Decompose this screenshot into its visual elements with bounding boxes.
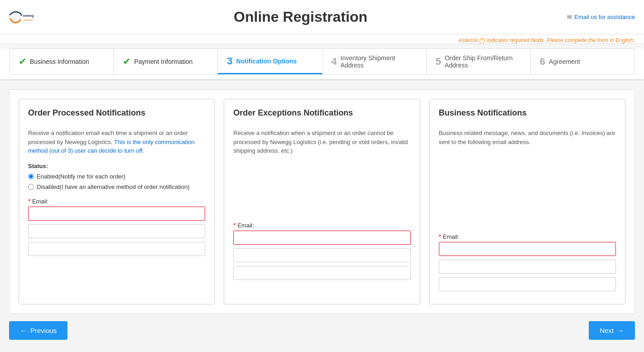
nav-buttons: ← Previous Next → [9,314,635,342]
radio-disabled-label[interactable]: Disabled(I have an alternative method of… [28,183,205,190]
svg-text:logistics: logistics [24,19,34,21]
required-star-1: * [28,198,30,205]
business-email-2[interactable] [439,260,616,274]
order-exceptions-email-2[interactable] [233,248,410,262]
status-label: Status: [28,163,205,169]
page-header: newegg logistics Online Registration ✉ E… [0,0,644,34]
order-processed-email-section: * Email: [28,198,205,260]
radio-enabled[interactable] [28,174,34,179]
check-icon-2: ✔ [123,56,130,67]
required-fields-note: Asterisk (*) indicates required fields. … [0,34,644,44]
stepper: ✔ Business Information ✔ Payment Informa… [9,48,635,75]
step-label-order-ship: Order Ship From/Return Address [445,54,521,69]
step-agreement[interactable]: 6 Agreement [531,49,634,74]
order-processed-title: Order Processed Notifications [28,108,205,121]
email-assist-label[interactable]: Email us for assistance [574,14,635,20]
main-content: Order Processed Notifications Receive a … [0,80,644,351]
order-processed-email-3[interactable] [28,242,205,256]
order-processed-email-1[interactable] [28,207,205,221]
business-email-1[interactable] [439,242,616,256]
envelope-icon: ✉ [567,14,572,20]
newegg-logo: newegg logistics [9,5,34,29]
next-label: Next [600,327,614,334]
required-star-2: * [233,222,235,229]
order-processed-email-2[interactable] [28,224,205,238]
status-radio-group: Enabled(Notify me for each order) Disabl… [28,173,205,190]
order-exceptions-email-3[interactable] [233,266,410,280]
order-processed-desc: Receive a notification email each time a… [28,129,205,155]
check-icon-1: ✔ [19,56,26,67]
step-label-payment: Payment Information [134,58,192,65]
radio-disabled[interactable] [28,184,34,190]
step-inventory-shipment[interactable]: 4 Inventory Shipment Address [322,49,427,74]
order-exceptions-email-section: * Email: [233,163,410,284]
email-label-2: * Email: [233,222,410,229]
business-notifications-card: Business Notifications Business related … [429,99,625,304]
previous-button[interactable]: ← Previous [9,321,67,340]
email-label-text-2: Email: [237,222,254,229]
step-number-5: 5 [436,56,441,68]
next-button[interactable]: Next → [589,321,635,340]
business-email-3[interactable] [439,277,616,291]
order-exceptions-card: Order Exceptions Notifications Receive a… [224,99,420,304]
email-assistance-link[interactable]: ✉ Email us for assistance [567,14,635,20]
step-business-info[interactable]: ✔ Business Information [10,49,114,74]
previous-label: Previous [30,327,57,334]
card-container: Order Processed Notifications Receive a … [9,89,635,314]
required-fields-text: Asterisk (*) indicates required fields. … [458,37,635,43]
step-number-3: 3 [227,55,232,67]
step-label-inventory: Inventory Shipment Address [341,54,417,69]
logo-area: newegg logistics [9,5,34,29]
step-label-business: Business Information [30,58,89,65]
step-label-notification: Notification Options [236,58,297,65]
email-label-text-3: Email: [443,233,459,240]
step-number-6: 6 [540,56,545,68]
next-arrow-icon: → [617,327,624,334]
page-title: Online Registration [34,9,567,25]
svg-text:newegg: newegg [23,14,34,18]
business-notifications-desc: Business related message, news, and docu… [439,129,616,146]
step-number-4: 4 [332,56,337,68]
order-exceptions-desc: Receive a notification when a shipment o… [233,129,410,155]
email-label-3: * Email: [439,233,616,240]
step-label-agreement: Agreement [549,58,580,65]
radio-enabled-label[interactable]: Enabled(Notify me for each order) [28,173,205,180]
radio-enabled-text: Enabled(Notify me for each order) [37,173,125,180]
order-exceptions-title: Order Exceptions Notifications [233,108,410,121]
stepper-wrapper: ✔ Business Information ✔ Payment Informa… [0,48,644,80]
prev-arrow-icon: ← [20,327,27,334]
radio-disabled-text: Disabled(I have an alternative method of… [37,183,189,190]
business-notifications-title: Business Notifications [439,108,616,121]
business-email-section: * Email: [439,154,616,295]
order-processed-card: Order Processed Notifications Receive a … [19,99,215,304]
step-notification-options[interactable]: 3 Notification Options [218,49,322,74]
required-star-3: * [439,233,441,240]
email-label-text-1: Email: [32,198,48,205]
step-order-ship-from[interactable]: 5 Order Ship From/Return Address [427,49,531,74]
step-payment-info[interactable]: ✔ Payment Information [114,49,218,74]
order-exceptions-email-1[interactable] [233,231,410,245]
email-label-1: * Email: [28,198,205,205]
